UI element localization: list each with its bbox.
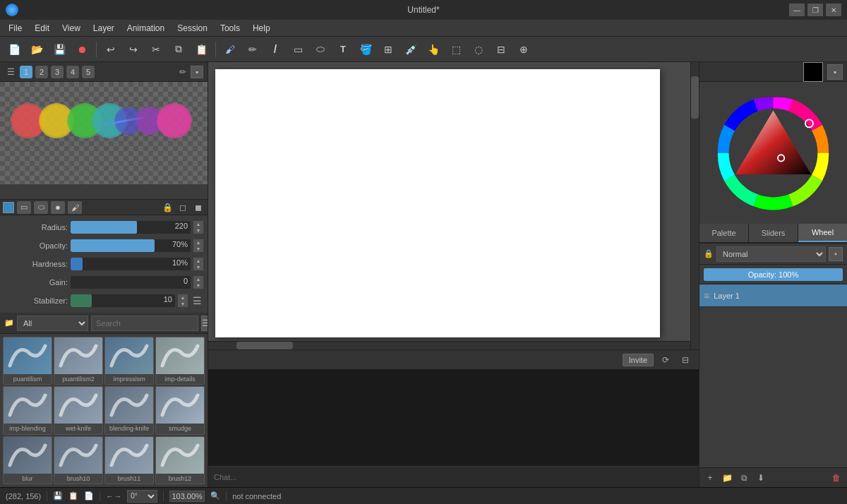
transform-button[interactable]: ⊞ <box>378 40 398 59</box>
chat-input[interactable] <box>214 473 693 481</box>
menu-item-animation[interactable]: Animation <box>121 22 170 35</box>
menu-item-help[interactable]: Help <box>247 22 276 35</box>
flood-fill-button[interactable]: 🪣 <box>356 40 376 59</box>
hardness-up[interactable]: ▲ <box>193 258 203 264</box>
duplicate-layer-btn[interactable]: ⧉ <box>736 470 752 486</box>
invite-button[interactable]: Invite <box>623 354 654 366</box>
gain-slider[interactable]: 0 <box>71 276 191 289</box>
color-swatch-display[interactable] <box>803 62 823 82</box>
canvas-vscrollbar[interactable] <box>690 62 699 349</box>
brush-item-brush12[interactable]: brush12 <box>155 436 205 484</box>
brush-item-brush10[interactable]: brush10 <box>54 436 103 484</box>
sel-rect-button[interactable]: ⬚ <box>446 40 466 59</box>
ellipse-shape-btn[interactable]: ⬭ <box>34 201 48 214</box>
smudge-tool-button[interactable]: 👆 <box>424 40 443 59</box>
eyedrop-button[interactable]: 💉 <box>401 40 421 59</box>
record-button[interactable]: ⏺ <box>72 40 92 59</box>
preset-tab-3[interactable]: 3 <box>51 66 64 78</box>
brush-item-impressism[interactable]: impressism <box>104 337 154 385</box>
sliders-tab[interactable]: Sliders <box>749 224 798 242</box>
stabilizer-up[interactable]: ▲ <box>178 294 188 301</box>
menu-item-layer[interactable]: Layer <box>88 22 120 35</box>
erase-btn[interactable]: ◻ <box>176 201 189 214</box>
transform2-button[interactable]: ⊟ <box>491 40 511 59</box>
radius-slider[interactable]: 220 <box>71 221 191 234</box>
menu-item-file[interactable]: File <box>3 22 28 35</box>
circle-shape-btn[interactable]: ● <box>51 201 65 214</box>
cut-button[interactable]: ✂ <box>146 40 166 59</box>
pencil-tool-button[interactable]: ✏ <box>243 40 263 59</box>
rotation-select[interactable]: 0° 90° 180° 270° <box>127 490 157 503</box>
hardness-down[interactable]: ▼ <box>193 264 203 270</box>
save-button[interactable]: 💾 <box>49 40 69 59</box>
brush-presets-menu-icon[interactable]: ☰ <box>4 66 17 78</box>
minimize-button[interactable]: — <box>789 4 805 16</box>
menu-item-edit[interactable]: Edit <box>29 22 55 35</box>
open-button[interactable]: 📂 <box>27 40 47 59</box>
radius-down[interactable]: ▼ <box>193 227 203 234</box>
chat-messages[interactable] <box>208 370 699 466</box>
drawing-canvas[interactable] <box>215 69 660 337</box>
new-button[interactable]: 📄 <box>4 40 24 59</box>
brush-item-imp-details[interactable]: imp-details <box>155 337 205 385</box>
stabilizer-down[interactable]: ▼ <box>178 301 188 307</box>
color-panel-expand-btn[interactable]: ▪ <box>827 64 843 80</box>
chat-maximize-btn[interactable]: ⊟ <box>678 352 693 368</box>
delete-layer-btn[interactable]: 🗑 <box>829 470 844 486</box>
ref-button[interactable]: ⊕ <box>514 40 534 59</box>
layer-options-btn[interactable]: ▪ <box>829 247 843 261</box>
other-btn[interactable]: ◼ <box>192 201 205 214</box>
hardness-slider[interactable]: 10% <box>71 258 191 270</box>
brush-item-blur[interactable]: blur <box>3 436 52 484</box>
zoom-input[interactable] <box>169 491 205 502</box>
copy-button[interactable]: ⧉ <box>169 40 188 59</box>
ellipse-tool-button[interactable]: ⬭ <box>311 40 330 59</box>
text-tool-button[interactable]: T <box>333 40 353 59</box>
brush-item-puantilism[interactable]: puantilism <box>3 337 52 385</box>
menu-item-tools[interactable]: Tools <box>215 22 246 35</box>
layer-opacity-bar[interactable]: Opacity: 100% <box>704 268 843 281</box>
brush-item-imp-blending[interactable]: imp-blending <box>3 386 52 434</box>
radius-up[interactable]: ▲ <box>193 221 203 227</box>
line-tool-button[interactable]: / <box>265 40 285 59</box>
close-button[interactable]: ✕ <box>826 4 841 16</box>
palette-tab[interactable]: Palette <box>699 224 749 242</box>
hscroll-thumb[interactable] <box>236 342 293 349</box>
blend-mode-select[interactable]: Normal Multiply Screen Overlay Darken Li… <box>716 246 826 262</box>
rect-shape-btn[interactable]: ▭ <box>17 201 31 214</box>
sel-lasso-button[interactable]: ◌ <box>469 40 488 59</box>
opacity-slider[interactable]: 70% <box>71 239 191 252</box>
gain-down[interactable]: ▼ <box>193 282 203 289</box>
brush-item-puantilism2[interactable]: puantilism2 <box>54 337 103 385</box>
gain-up[interactable]: ▲ <box>193 276 203 282</box>
brush-tool-button[interactable]: 🖌 <box>220 40 240 59</box>
pencil-icon[interactable]: ✏ <box>179 67 186 77</box>
stabilizer-menu-btn[interactable]: ☰ <box>191 294 203 307</box>
foreground-color[interactable] <box>3 202 14 213</box>
collapse-presets-btn[interactable]: ▪ <box>191 66 203 78</box>
brush-shape-btn[interactable]: 🖌 <box>68 201 82 214</box>
menu-item-session[interactable]: Session <box>172 22 213 35</box>
add-folder-btn[interactable]: 📁 <box>719 470 735 486</box>
layer-1-row[interactable]: ≡ Layer 1 <box>699 284 847 307</box>
stabilizer-slider[interactable]: 10 <box>71 294 175 307</box>
rect-tool-button[interactable]: ▭ <box>288 40 308 59</box>
brush-item-wet-knife[interactable]: wet-knife <box>54 386 103 434</box>
lock-color-btn[interactable]: 🔒 <box>161 201 174 214</box>
paste-button[interactable]: 📋 <box>191 40 211 59</box>
brush-item-brush11[interactable]: brush11 <box>104 436 154 484</box>
brush-category-select[interactable]: All Impressionism Blending <box>17 316 88 331</box>
canvas-hscrollbar[interactable] <box>208 341 690 349</box>
add-layer-btn[interactable]: + <box>702 470 718 486</box>
color-wheel-container[interactable] <box>699 82 847 224</box>
preset-tab-4[interactable]: 4 <box>66 66 79 78</box>
preset-tab-1[interactable]: 1 <box>20 66 32 78</box>
restore-button[interactable]: ❐ <box>807 4 823 16</box>
brush-item-blending-knife[interactable]: blending-knife <box>104 386 154 434</box>
brush-list-btn[interactable]: ☰ <box>201 316 208 331</box>
redo-button[interactable]: ↪ <box>124 40 143 59</box>
preset-tab-5[interactable]: 5 <box>82 66 95 78</box>
opacity-up[interactable]: ▲ <box>193 239 203 246</box>
chat-option-btn[interactable]: ⟳ <box>658 352 673 368</box>
menu-item-view[interactable]: View <box>56 22 86 35</box>
